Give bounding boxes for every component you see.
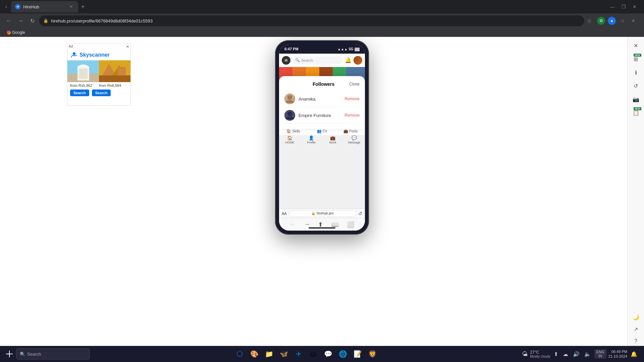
taskbar-app-chrome[interactable]: 🌐 — [336, 347, 350, 361]
app-logo-letter: H — [285, 58, 287, 62]
browser-tab[interactable]: H HireHub ✕ — [11, 1, 78, 12]
tab-back-button[interactable]: ‹ — [3, 2, 10, 11]
modal-close-button[interactable]: Close — [349, 82, 360, 86]
ext-icon-1[interactable]: ⚙ — [597, 17, 605, 25]
files-icon: 📁 — [265, 350, 273, 358]
ext-icon-3[interactable]: □ — [619, 17, 627, 25]
tab-close-button[interactable]: ✕ — [68, 4, 74, 10]
network-icon[interactable]: ⬆ — [552, 350, 559, 359]
new-feature-button[interactable]: ⊞ NEW — [630, 53, 642, 65]
skyscanner-brand: Skyscanner — [79, 52, 110, 58]
taskbar-app-telegram[interactable]: ✈ — [292, 347, 305, 361]
moon-icon: 🌙 — [633, 314, 639, 320]
taskbar-app-files[interactable]: 📁 — [262, 347, 276, 361]
follower-avatar-1 — [284, 94, 295, 104]
back-button[interactable]: ← — [4, 16, 13, 25]
address-bar[interactable]: 🔒 hirehub.pro/userprofile/6676849d8d08f3… — [39, 15, 584, 26]
aa-button[interactable]: AA — [282, 212, 287, 216]
notifications-button[interactable]: 🔔 — [629, 350, 639, 359]
profile-nav-icon: 👤 — [309, 135, 314, 140]
url-bar[interactable]: 🔒 hirehub.pro — [289, 210, 356, 217]
ext-icon-2[interactable]: ● — [608, 17, 616, 25]
notification-bell[interactable]: 🔔 — [345, 57, 352, 63]
app-logo-avatar: H — [282, 56, 290, 65]
close-button[interactable]: ✕ — [631, 3, 639, 10]
camera-icon: 📷 — [633, 96, 639, 103]
new-tab-button[interactable]: + — [78, 3, 88, 11]
system-clock[interactable]: 06:49 PM 21-10-2024 — [608, 349, 627, 359]
screenshot-button[interactable]: 📷 — [630, 93, 642, 105]
clock-date: 21-10-2024 — [608, 354, 627, 359]
bookmark-button[interactable]: ☆ — [587, 18, 592, 24]
ad-image-right — [99, 60, 130, 82]
url-lock-icon: 🔒 — [311, 212, 315, 215]
close-sidebar-button[interactable]: ✕ — [630, 40, 642, 52]
user-avatar[interactable] — [354, 56, 362, 65]
refresh-icon: ↺ — [634, 83, 638, 89]
share-button[interactable]: ↗ — [630, 323, 642, 335]
refresh-sidebar-button[interactable]: ↺ — [630, 80, 642, 92]
bookmarks-bar: Google — [0, 28, 644, 37]
night-mode-button[interactable]: 🌙 — [630, 311, 642, 323]
forward-button[interactable]: → — [16, 16, 25, 25]
phone-frame: 6:47 PM ▲▲▲ 5G ▓▓ H 🔍 Search — [275, 40, 369, 235]
share-icon: ↗ — [634, 326, 638, 333]
nav-message[interactable]: 💬 Message — [343, 135, 365, 144]
google-favicon — [7, 31, 11, 35]
ad-prices: from Rs5,962 from Rs8,584 — [67, 82, 130, 89]
ext-icon-4[interactable]: ≡ — [629, 17, 637, 25]
new-sidebar-feature[interactable]: 📋 NEW — [630, 107, 642, 119]
address-bar-row: ← → ↻ 🔒 hirehub.pro/userprofile/6676849d… — [0, 13, 644, 28]
svg-rect-6 — [99, 75, 131, 82]
nav-home[interactable]: 🏠 HOME — [279, 135, 301, 144]
taskbar-app-files2[interactable]: 🗂 — [307, 347, 320, 361]
volume-icon[interactable]: 🔈 — [583, 350, 592, 359]
remove-button-1[interactable]: Remove — [344, 97, 360, 101]
taskbar-app-brave[interactable]: 🦁 — [366, 347, 379, 361]
taskbar-app-discord[interactable]: 💬 — [321, 347, 335, 361]
reload-button[interactable]: ↺ — [358, 211, 362, 216]
refresh-button[interactable]: ↻ — [28, 16, 37, 25]
weather-widget[interactable]: 🌤 27°C Mostly cloudy — [522, 350, 550, 358]
taskbar-app-paint[interactable]: 🎨 — [248, 347, 261, 361]
skyscanner-logo: Skyscanner — [67, 50, 130, 60]
taskbar-app-vscode[interactable]: 📝 — [351, 347, 364, 361]
cloud-icon[interactable]: ☁ — [561, 350, 570, 359]
info-button[interactable]: ℹ — [630, 66, 642, 78]
ad-buttons: Search Search — [67, 89, 130, 97]
ad-search-button-2[interactable]: Search — [92, 89, 111, 96]
posts-icon: 💼 — [343, 129, 348, 133]
taskbar-app-butterfly[interactable]: 🦋 — [277, 347, 290, 361]
nav-profile[interactable]: 👤 Profile — [301, 135, 322, 144]
language-indicator[interactable]: ENG IN — [594, 349, 606, 359]
discord-icon: 💬 — [324, 350, 332, 358]
battery-icon: ▓▓ — [355, 47, 360, 51]
remove-button-2[interactable]: Remove — [344, 113, 360, 118]
weather-desc: Mostly cloudy — [530, 355, 550, 358]
app-search-bar[interactable]: 🔍 Search — [292, 56, 343, 64]
followers-modal: Followers Close Anamika Remove — [279, 76, 365, 129]
follower-item-1: Anamika Remove — [284, 91, 360, 107]
google-label: Google — [12, 30, 25, 35]
nav-work[interactable]: 💼 Work — [322, 135, 343, 144]
ad-search-button-1[interactable]: Search — [70, 89, 89, 96]
url-display: hirehub.pro — [317, 212, 334, 215]
phone-back-button[interactable]: ← — [287, 220, 299, 229]
question-button[interactable]: ? — [630, 335, 642, 347]
audio-icon[interactable]: 🔊 — [572, 350, 581, 359]
phone-browser-bar: AA 🔒 hirehub.pro ↺ — [279, 208, 365, 218]
work-nav-label: Work — [329, 141, 336, 144]
phone-tabs-button[interactable]: ⬜ — [344, 220, 357, 230]
bottom-nav: 🏠 HOME 👤 Profile 💼 Work 💬 Message — [279, 135, 365, 144]
tab-cv-label: CV — [323, 129, 327, 133]
ad-close-button[interactable]: ✕ — [126, 45, 129, 49]
bookmark-google[interactable]: Google — [4, 29, 28, 36]
minimize-button[interactable]: — — [608, 3, 617, 10]
start-button[interactable] — [3, 347, 16, 361]
ad-label: Ad — [69, 45, 73, 49]
taskbar-app-edge[interactable]: ⬡ — [233, 347, 246, 361]
taskbar-search-label: Search — [27, 352, 41, 357]
paint-icon: 🎨 — [250, 350, 259, 358]
taskbar-search[interactable]: 🔍 Search — [16, 348, 90, 360]
maximize-button[interactable]: ❐ — [620, 3, 628, 10]
